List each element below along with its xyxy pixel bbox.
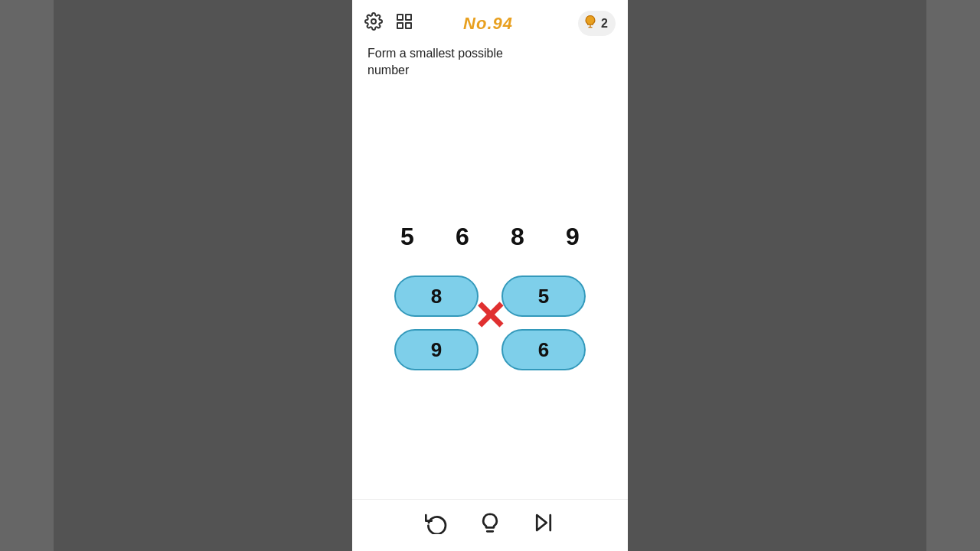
digit-5: 5 [392,223,423,251]
tile-top-left[interactable]: 8 [394,276,479,317]
left-panel [54,0,352,551]
hint-badge[interactable]: 2 [578,11,616,36]
instructions: Form a smallest possible number [352,42,628,89]
instruction-line2: number [368,64,409,77]
hint-bulb-icon [583,14,598,33]
digit-8: 8 [502,223,533,251]
hint-count: 2 [601,17,608,31]
bottom-bar [352,499,628,551]
level-label: No.94 [410,14,566,34]
svg-marker-6 [537,515,547,530]
settings-icon[interactable] [364,12,383,35]
digits-row: 5 6 8 9 [392,223,588,251]
game-area: 5 6 8 9 ✕ 8 5 9 6 [352,89,628,551]
skip-button[interactable] [532,511,555,540]
right-panel [628,0,926,551]
digit-6: 6 [447,223,478,251]
hint-button[interactable] [479,511,501,540]
digit-9: 9 [557,223,588,251]
tiles-grid: ✕ 8 5 9 6 [394,276,586,370]
svg-point-0 [371,19,376,24]
instruction-line1: Form a smallest possible [368,47,503,60]
svg-rect-1 [397,15,403,20]
main-panel: No.94 2 Form a smallest possible number … [352,0,628,551]
reset-button[interactable] [425,511,448,540]
top-bar: No.94 2 [352,0,628,42]
tile-bottom-right[interactable]: 6 [501,329,586,370]
tile-bottom-left[interactable]: 9 [394,329,479,370]
tile-top-right[interactable]: 5 [501,276,586,317]
svg-rect-3 [397,23,403,28]
